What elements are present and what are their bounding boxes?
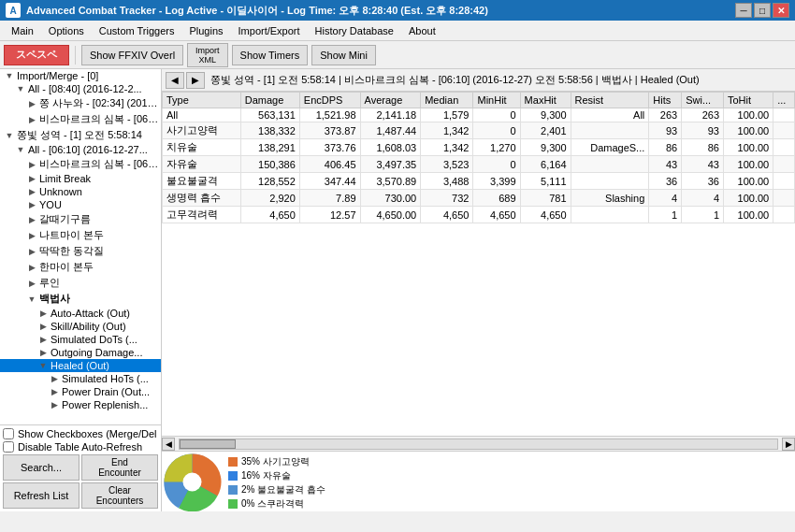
tree-item-21[interactable]: ▶Simulated HoTs (...: [0, 372, 161, 385]
tree-item-15[interactable]: ▼백법사: [0, 291, 161, 307]
table-cell-6-11: [773, 207, 795, 223]
tree-expand-icon[interactable]: ▼: [4, 130, 15, 141]
menu-import-export[interactable]: Import/Export: [231, 23, 308, 38]
menu-plugins[interactable]: Plugins: [181, 23, 230, 38]
tree-expand-icon[interactable]: ▶: [26, 262, 37, 273]
minimize-button[interactable]: ─: [735, 3, 752, 18]
clear-encounters-button[interactable]: ClearEncounters: [81, 482, 158, 509]
tree-expand-icon[interactable]: ▶: [26, 199, 37, 210]
table-row[interactable]: 치유술138,291373.761,608.031,3421,2709,300D…: [163, 139, 795, 156]
table-col-7[interactable]: Resist: [571, 93, 649, 108]
tree-item-20[interactable]: ▼Healed (Out): [0, 359, 161, 372]
tree-item-17[interactable]: ▶Skill/Ability (Out): [0, 320, 161, 333]
tree-item-19[interactable]: ▶Outgoing Damage...: [0, 346, 161, 359]
accent-button[interactable]: スペスペ: [4, 45, 69, 65]
tree-expand-icon[interactable]: ▼: [15, 144, 26, 155]
end-encounter-button[interactable]: EndEncounter: [81, 454, 158, 481]
nav-back-button[interactable]: ◀: [166, 72, 184, 89]
menu-options[interactable]: Options: [41, 23, 92, 38]
menu-about[interactable]: About: [401, 23, 443, 38]
show-checkboxes-checkbox[interactable]: [3, 428, 14, 439]
tree-item-1[interactable]: ▼All - [08:40] (2016-12-2...: [0, 82, 161, 95]
tree-expand-icon[interactable]: ▶: [37, 334, 49, 345]
tree-expand-icon[interactable]: ▶: [49, 399, 60, 410]
table-col-2[interactable]: EncDPS: [299, 93, 360, 108]
menu-main[interactable]: Main: [4, 23, 41, 38]
show-timers-button[interactable]: Show Timers: [232, 45, 309, 65]
tree-item-16[interactable]: ▶Auto-Attack (Out): [0, 307, 161, 320]
table-col-10[interactable]: ToHit: [724, 93, 773, 108]
tree-item-6[interactable]: ▶비스마르크의 심복 - [06:1...: [0, 156, 161, 172]
tree-expand-icon[interactable]: ▼: [26, 294, 37, 305]
tree-item-3[interactable]: ▶비스마르크의 심복 - [06:0...: [0, 111, 161, 127]
tree-expand-icon[interactable]: ▶: [26, 214, 37, 225]
show-ffxiv-button[interactable]: Show FFXIV Overl: [81, 45, 183, 65]
table-row[interactable]: 고무격려력4,65012.574,650.004,6504,6504,65011…: [163, 207, 795, 223]
tree-item-10[interactable]: ▶갈때기구름: [0, 211, 161, 227]
hscroll-right-arrow[interactable]: ▶: [782, 438, 795, 451]
horizontal-scrollbar[interactable]: ◀ ▶: [162, 436, 795, 451]
tree-item-23[interactable]: ▶Power Replenish...: [0, 398, 161, 411]
menu-custom-triggers[interactable]: Custom Triggers: [92, 23, 182, 38]
table-cell-0-11: [773, 108, 795, 122]
table-col-8[interactable]: Hits: [649, 93, 682, 108]
tree-expand-icon[interactable]: ▶: [26, 246, 37, 257]
tree-item-0[interactable]: ▼Import/Merge - [0]: [0, 69, 161, 82]
table-row[interactable]: 불요불굴격128,552347.443,570.893,4883,3995,11…: [163, 173, 795, 190]
tree-item-9[interactable]: ▶YOU: [0, 198, 161, 211]
tree-expand-icon[interactable]: ▶: [37, 347, 49, 358]
table-col-5[interactable]: MinHit: [473, 93, 520, 108]
tree-expand-icon[interactable]: ▶: [26, 173, 37, 184]
data-table-container[interactable]: TypeDamageEncDPSAverageMedianMinHitMaxHi…: [162, 92, 795, 436]
tree-expand-icon[interactable]: ▶: [37, 308, 49, 319]
menu-history-database[interactable]: History Database: [308, 23, 401, 38]
tree-item-11[interactable]: ▶나트마이 본두: [0, 227, 161, 243]
table-cell-6-5: 4,650: [473, 207, 520, 223]
table-col-6[interactable]: MaxHit: [520, 93, 571, 108]
import-xml-button[interactable]: Import XML: [187, 43, 228, 67]
table-row[interactable]: All563,1311,521.982,141.181,57909,300All…: [163, 108, 795, 122]
table-col-0[interactable]: Type: [163, 93, 241, 108]
hscroll-track[interactable]: [179, 439, 778, 450]
hscroll-thumb[interactable]: [180, 439, 236, 449]
tree-expand-icon[interactable]: ▶: [26, 278, 37, 289]
tree-expand-icon[interactable]: ▶: [26, 230, 37, 241]
tree-item-18[interactable]: ▶Simulated DoTs (...: [0, 333, 161, 346]
tree-item-12[interactable]: ▶딱딱한 동각질: [0, 243, 161, 259]
tree-item-13[interactable]: ▶한마이 본두: [0, 259, 161, 275]
search-button[interactable]: Search...: [3, 454, 80, 481]
maximize-button[interactable]: □: [754, 3, 771, 18]
tree-expand-icon[interactable]: ▶: [49, 386, 60, 397]
tree-expand-icon[interactable]: ▼: [4, 70, 15, 81]
table-row[interactable]: 사기고양력138,332373.871,487.441,34202,401939…: [163, 122, 795, 139]
tree-item-7[interactable]: ▶Limit Break: [0, 172, 161, 185]
tree-item-22[interactable]: ▶Power Drain (Out...: [0, 385, 161, 398]
tree-item-2[interactable]: ▶쫑 사누와 - [02:34] (2016...: [0, 95, 161, 111]
tree-item-5[interactable]: ▼All - [06:10] (2016-12-27...: [0, 143, 161, 156]
tree-expand-icon[interactable]: ▼: [15, 83, 26, 94]
disable-autorefresh-checkbox[interactable]: [3, 441, 14, 453]
tree-item-14[interactable]: ▶루인: [0, 275, 161, 291]
nav-forward-button[interactable]: ▶: [186, 72, 205, 89]
tree-expand-icon[interactable]: ▶: [26, 98, 37, 109]
refresh-list-button[interactable]: Refresh List: [3, 482, 80, 509]
tree-expand-icon[interactable]: ▶: [37, 321, 49, 332]
table-row[interactable]: 생명력 흡수2,9207.89730.00732689781Slashing44…: [163, 190, 795, 207]
table-col-11[interactable]: ...: [773, 93, 795, 108]
hscroll-left-arrow[interactable]: ◀: [162, 438, 175, 451]
tree-item-8[interactable]: ▶Unknown: [0, 185, 161, 198]
tree-expand-icon[interactable]: ▶: [49, 373, 60, 384]
tree-expand-icon[interactable]: ▶: [26, 159, 37, 170]
table-col-4[interactable]: Median: [421, 93, 473, 108]
tree-container[interactable]: ▼Import/Merge - [0]▼All - [08:40] (2016-…: [0, 69, 161, 424]
table-col-1[interactable]: Damage: [240, 93, 299, 108]
tree-expand-icon[interactable]: ▶: [26, 186, 37, 197]
table-row[interactable]: 자유술150,386406.453,497.353,52306,16443431…: [163, 156, 795, 173]
show-mini-button[interactable]: Show Mini: [311, 45, 376, 65]
table-col-3[interactable]: Average: [360, 93, 421, 108]
table-col-9[interactable]: Swi...: [682, 93, 724, 108]
tree-expand-icon[interactable]: ▼: [37, 360, 49, 371]
close-button[interactable]: ✕: [773, 3, 789, 18]
tree-item-4[interactable]: ▼쫑빛 성역 - [1] 오전 5:58:14: [0, 127, 161, 143]
tree-expand-icon[interactable]: ▶: [26, 114, 37, 125]
